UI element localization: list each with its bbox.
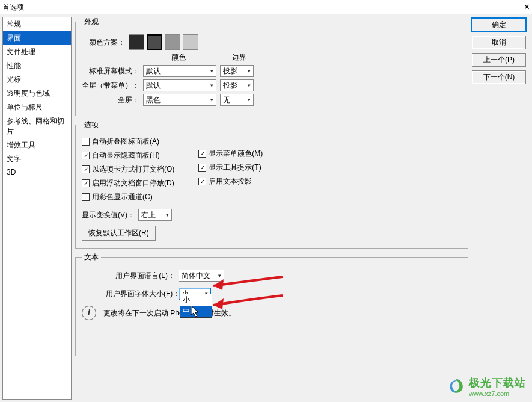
- cb-auto-collapse-label: 自动折叠图标面板(A): [92, 137, 159, 147]
- cb-open-as-tabs-label: 以选项卡方式打开文档(O): [92, 164, 174, 175]
- sidebar-item-guides[interactable]: 参考线、网格和切片: [3, 114, 71, 138]
- next-button[interactable]: 下一个(N): [472, 70, 526, 84]
- row2-color-select[interactable]: 黑色▾: [143, 94, 216, 106]
- reset-workspace-button[interactable]: 恢复默认工作区(R): [82, 226, 156, 241]
- lang-label: 用户界面语言(L)：: [106, 271, 175, 281]
- sidebar-item-performance[interactable]: 性能: [3, 59, 71, 73]
- chevron-down-icon: ▾: [248, 68, 251, 74]
- swatch-3[interactable]: [183, 34, 198, 50]
- window-title: 首选项: [2, 2, 524, 13]
- chevron-down-icon: ▾: [248, 82, 251, 88]
- sidebar-item-type[interactable]: 文字: [3, 152, 71, 166]
- prev-button[interactable]: 上一个(P): [472, 53, 526, 67]
- cb-open-as-tabs[interactable]: [82, 165, 90, 173]
- chevron-down-icon: ▾: [166, 212, 169, 218]
- cb-floating-dock-label: 启用浮动文档窗口停放(D): [92, 178, 174, 188]
- chevron-down-icon: ▾: [210, 82, 213, 88]
- swatch-0[interactable]: [129, 34, 144, 50]
- cb-color-channels[interactable]: [82, 193, 90, 201]
- cb-text-shadow-label: 启用文本投影: [209, 176, 252, 187]
- options-legend: 选项: [82, 120, 101, 130]
- options-group: 选项 自动折叠图标面板(A) 自动显示隐藏面板(H) 以选项卡方式打开文档(O)…: [75, 120, 468, 249]
- row1-label: 全屏（带菜单）：: [82, 81, 139, 91]
- cb-floating-dock[interactable]: [82, 179, 90, 187]
- close-icon[interactable]: ×: [524, 2, 530, 13]
- sidebar-item-cursor[interactable]: 光标: [3, 73, 71, 87]
- color-scheme-label: 颜色方案：: [82, 37, 125, 48]
- row0-border-select[interactable]: 投影▾: [220, 65, 254, 77]
- row1-color-select[interactable]: 默认▾: [143, 79, 216, 91]
- sidebar-item-transparency[interactable]: 透明度与色域: [3, 87, 71, 100]
- row0-label: 标准屏幕模式：: [82, 66, 139, 76]
- cb-text-shadow[interactable]: [198, 178, 206, 185]
- watermark-brand: 极光下载站: [469, 376, 526, 390]
- annotation-arrow-1: [198, 271, 289, 295]
- transform-select[interactable]: 右上▾: [138, 209, 172, 221]
- swatch-1[interactable]: [147, 34, 162, 50]
- chevron-down-icon: ▾: [210, 97, 213, 103]
- col-color: 颜色: [142, 52, 215, 63]
- sidebar-item-filehandling[interactable]: 文件处理: [3, 45, 71, 59]
- size-option-small[interactable]: 小: [180, 294, 212, 306]
- appearance-legend: 外观: [82, 17, 101, 27]
- watermark-logo-icon: [447, 377, 465, 395]
- mouse-cursor-icon: [191, 306, 201, 318]
- watermark-url: www.xz7.com: [469, 390, 526, 397]
- ok-button[interactable]: 确定: [472, 18, 526, 32]
- sidebar-item-plugins[interactable]: 增效工具: [3, 138, 71, 152]
- info-icon: i: [82, 306, 96, 320]
- cb-auto-collapse[interactable]: [82, 138, 90, 146]
- watermark: 极光下载站 www.xz7.com: [447, 376, 526, 397]
- row1-border-select[interactable]: 投影▾: [220, 79, 254, 91]
- sidebar-item-general[interactable]: 常规: [3, 17, 71, 31]
- sidebar-item-units[interactable]: 单位与标尺: [3, 100, 71, 114]
- row0-color-select[interactable]: 默认▾: [143, 65, 216, 77]
- cb-tooltips[interactable]: [198, 164, 206, 172]
- col-border: 边界: [222, 52, 256, 63]
- sidebar-item-3d[interactable]: 3D: [3, 166, 71, 178]
- cb-tooltips-label: 显示工具提示(T): [209, 162, 261, 173]
- svg-marker-2: [191, 306, 198, 317]
- cancel-button[interactable]: 取消: [472, 36, 526, 49]
- size-label: 用户界面字体大小(F)：: [106, 289, 175, 299]
- cb-auto-show-hidden[interactable]: [82, 152, 90, 159]
- row2-border-select[interactable]: 无▾: [220, 94, 254, 106]
- cb-auto-show-hidden-label: 自动显示隐藏面板(H): [92, 150, 160, 161]
- chevron-down-icon: ▾: [210, 68, 213, 74]
- appearance-group: 外观 颜色方案： 颜色 边界 标准屏幕模式： 默认▾ 投影▾ 全屏: [75, 17, 468, 116]
- swatch-2[interactable]: [165, 34, 180, 50]
- cb-color-channels-label: 用彩色显示通道(C): [92, 192, 153, 202]
- sidebar: 常规 界面 文件处理 性能 光标 透明度与色域 单位与标尺 参考线、网格和切片 …: [2, 17, 72, 400]
- cb-menu-colors[interactable]: [198, 150, 206, 158]
- chevron-down-icon: ▾: [248, 97, 251, 103]
- transform-label: 显示变换值(V)：: [82, 210, 135, 220]
- text-legend: 文本: [82, 252, 101, 262]
- sidebar-item-interface[interactable]: 界面: [3, 31, 71, 45]
- cb-menu-colors-label: 显示菜单颜色(M): [209, 149, 263, 159]
- row2-label: 全屏：: [82, 95, 139, 105]
